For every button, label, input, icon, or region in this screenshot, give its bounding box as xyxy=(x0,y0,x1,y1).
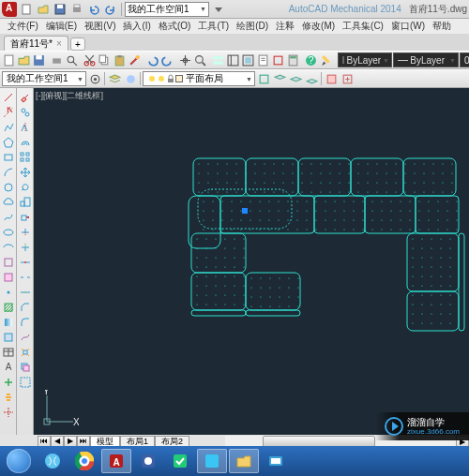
start-button[interactable] xyxy=(2,448,36,474)
erase-icon[interactable] xyxy=(18,90,32,104)
explode-icon[interactable] xyxy=(18,345,32,359)
undo2-icon[interactable] xyxy=(145,52,159,67)
task-chrome-icon[interactable] xyxy=(69,449,99,473)
match-icon[interactable] xyxy=(128,52,142,67)
array-icon[interactable] xyxy=(18,150,32,164)
arc-icon[interactable] xyxy=(1,165,15,179)
open-icon[interactable] xyxy=(36,2,51,17)
tab-next-icon[interactable]: ▶ xyxy=(64,436,77,447)
tp-icon[interactable] xyxy=(241,52,255,67)
make-block-icon[interactable] xyxy=(1,270,15,284)
point-icon[interactable] xyxy=(1,285,15,299)
print-icon[interactable] xyxy=(69,2,84,17)
qcalc-icon[interactable] xyxy=(286,52,300,67)
task-app4-icon[interactable] xyxy=(165,449,195,473)
polygon-icon[interactable] xyxy=(1,135,15,149)
props-icon[interactable] xyxy=(211,52,225,67)
addtool-icon[interactable] xyxy=(1,375,15,389)
app-logo-icon[interactable] xyxy=(2,2,17,17)
circle-icon[interactable] xyxy=(1,180,15,194)
menu-edit[interactable]: 编辑(E) xyxy=(42,19,81,34)
menu-insert[interactable]: 插入(I) xyxy=(119,19,154,34)
lineweight-combo[interactable]: 0, 00 … xyxy=(460,52,469,67)
task-explorer-icon[interactable] xyxy=(229,449,259,473)
preview-icon[interactable] xyxy=(65,52,79,67)
menu-format[interactable]: 格式(O) xyxy=(155,19,194,34)
new-icon[interactable] xyxy=(19,2,34,17)
paste-icon[interactable] xyxy=(113,52,127,67)
menu-modify[interactable]: 修改(M) xyxy=(298,19,339,34)
task-app6-icon[interactable] xyxy=(261,449,291,473)
cut-icon[interactable] xyxy=(83,52,97,67)
menu-file[interactable]: 文件(F) xyxy=(4,19,42,34)
layer-prev-icon[interactable] xyxy=(288,71,303,86)
layer-manager-icon[interactable] xyxy=(107,71,122,86)
layer-match-icon[interactable] xyxy=(304,71,319,86)
undo-icon[interactable] xyxy=(86,2,101,17)
taskbar[interactable]: A xyxy=(0,446,469,476)
task-app3-icon[interactable] xyxy=(133,449,163,473)
break-icon[interactable] xyxy=(18,270,32,284)
chamfer-icon[interactable] xyxy=(18,300,32,314)
region-icon[interactable] xyxy=(1,330,15,344)
markup-icon[interactable] xyxy=(271,52,285,67)
extend-icon[interactable] xyxy=(18,240,32,254)
document-tab[interactable]: 首府11号* × xyxy=(4,36,68,51)
redo-icon[interactable] xyxy=(103,2,118,17)
task-autocad-icon[interactable]: A xyxy=(101,449,131,473)
pan-icon[interactable] xyxy=(178,52,192,67)
rotate-icon[interactable] xyxy=(18,180,32,194)
blend-icon[interactable] xyxy=(18,330,32,344)
tab-first-icon[interactable]: ⏮ xyxy=(38,436,51,447)
menu-view[interactable]: 视图(V) xyxy=(81,19,119,34)
offset-icon[interactable] xyxy=(18,135,32,149)
color-combo[interactable]: ByLayer xyxy=(338,52,392,67)
layer-state-icon[interactable] xyxy=(256,71,271,86)
selection-grip[interactable] xyxy=(242,208,248,214)
layer-workspace-combo[interactable]: 我的工作空间1 xyxy=(2,71,86,86)
trim-icon[interactable] xyxy=(18,225,32,239)
tab-prev-icon[interactable]: ◀ xyxy=(51,436,64,447)
tab-last-icon[interactable]: ⏭ xyxy=(77,436,90,447)
menu-toolset[interactable]: 工具集(C) xyxy=(339,19,387,34)
save-file-icon[interactable] xyxy=(32,52,46,67)
close-icon[interactable]: × xyxy=(56,38,62,49)
mirror-icon[interactable] xyxy=(18,120,32,134)
centerline-icon[interactable] xyxy=(1,405,15,419)
task-app5-icon[interactable] xyxy=(197,449,227,473)
join-icon[interactable] xyxy=(18,285,32,299)
layer-iso-icon[interactable] xyxy=(272,71,287,86)
layer-freeze-icon[interactable] xyxy=(123,71,138,86)
polyline-icon[interactable] xyxy=(1,120,15,134)
redo2-icon[interactable] xyxy=(160,52,174,67)
menu-help[interactable]: 帮助 xyxy=(429,19,455,34)
help-icon[interactable]: ? xyxy=(304,52,318,67)
insert-block-icon[interactable] xyxy=(1,255,15,269)
revcloud-icon[interactable] xyxy=(1,195,15,209)
menu-annotate[interactable]: 注释 xyxy=(272,19,298,34)
copy-icon[interactable] xyxy=(98,52,112,67)
gradient-icon[interactable] xyxy=(1,315,15,329)
mtext-icon[interactable]: A xyxy=(1,360,15,374)
open-file-icon[interactable] xyxy=(17,52,31,67)
hatch-icon[interactable] xyxy=(1,300,15,314)
plot-icon[interactable] xyxy=(50,52,64,67)
table-icon[interactable] xyxy=(1,345,15,359)
line-icon[interactable] xyxy=(1,90,15,104)
construction-line-icon[interactable]: K xyxy=(1,105,15,119)
dc-icon[interactable] xyxy=(226,52,240,67)
spline-icon[interactable] xyxy=(1,210,15,224)
block-icon[interactable] xyxy=(324,71,339,86)
menu-draw[interactable]: 绘图(D) xyxy=(233,19,272,34)
bolt-icon[interactable] xyxy=(1,390,15,404)
selectall-icon[interactable] xyxy=(18,375,32,389)
copy2-icon[interactable] xyxy=(18,105,32,119)
drawing-canvas[interactable]: [-][俯视][二维线框] xyxy=(34,88,469,435)
draworder-icon[interactable] xyxy=(18,360,32,374)
qat-dropdown-icon[interactable] xyxy=(211,2,226,17)
new-file-icon[interactable] xyxy=(2,52,16,67)
zoom-icon[interactable] xyxy=(193,52,207,67)
scale-icon[interactable] xyxy=(18,195,32,209)
ssm-icon[interactable] xyxy=(256,52,270,67)
move-icon[interactable] xyxy=(18,165,32,179)
